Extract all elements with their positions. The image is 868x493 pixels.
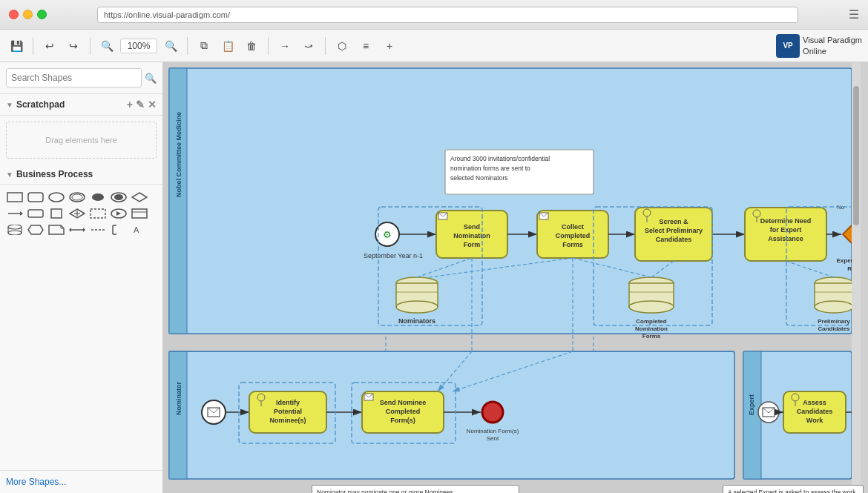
copy-button[interactable]: ⧉ [194,36,214,56]
svg-text:for Expert: for Expert [770,226,802,234]
zoom-level[interactable]: 100% [120,39,157,53]
svg-text:Preliminary: Preliminary [818,318,850,325]
vp-logo-icon: VP [776,34,800,58]
svg-text:Potential: Potential [274,408,302,415]
shape-text[interactable]: A [131,223,148,236]
svg-marker-28 [83,228,85,232]
svg-point-134 [482,402,503,423]
svg-text:Send: Send [464,223,480,231]
shapes-grid: A [0,185,162,242]
undo-button[interactable]: ↩ [39,36,60,56]
shape-db2[interactable] [6,223,24,236]
separator [268,37,269,55]
more-shapes-link[interactable]: More Shapes... [0,470,162,493]
shape-rect[interactable] [6,191,24,204]
svg-text:Nominator: Nominator [175,382,183,415]
add-scratchpad-icon[interactable]: + [127,99,133,110]
plus-button[interactable]: + [379,36,400,56]
svg-text:September Year n-1: September Year n-1 [364,252,423,259]
shape-bracket[interactable] [110,223,128,236]
annotation-nominator: Nominator may nominate one or more Nomin… [312,485,519,493]
svg-text:selected Nominators: selected Nominators [450,174,507,182]
shape-arrow-right[interactable] [6,207,24,220]
title-bar: https://online.visual-paradigm.com/ ☰ [0,0,868,30]
scratchpad-label: Scratchpad [16,99,65,110]
close-scratchpad-icon[interactable]: ✕ [148,99,157,110]
svg-text:Nomination: Nomination [635,325,668,332]
close-button[interactable] [9,10,19,19]
shape-rounded-rect2[interactable] [27,207,45,220]
shape-double-circle[interactable] [68,191,86,204]
save-button[interactable]: 💾 [6,36,27,56]
shape-arrow-both[interactable] [68,223,86,236]
canvas-area[interactable]: Nobel Committee Medicine Around 3000 inv… [163,62,868,493]
connector-button[interactable]: → [274,36,295,56]
redo-button[interactable]: ↪ [63,36,84,56]
svg-text:Form(s): Form(s) [390,417,415,424]
svg-text:Collect: Collect [562,223,584,231]
svg-marker-25 [49,225,64,234]
svg-text:Work: Work [806,417,823,424]
svg-rect-58 [635,208,712,261]
align-button[interactable]: ≡ [355,36,376,56]
svg-text:Sent: Sent [487,435,499,442]
scratchpad-drop-area: Drag elements here [6,122,157,159]
zoom-out-button[interactable]: 🔍 [96,36,117,56]
svg-text:Nominators: Nominators [398,317,435,325]
svg-point-23 [8,231,22,235]
minimize-button[interactable] [23,10,33,19]
svg-point-7 [114,194,123,200]
svg-text:Forms: Forms [562,241,583,248]
separator [33,37,33,55]
hamburger-menu[interactable]: ☰ [849,7,859,21]
format-button[interactable]: ⬡ [332,36,352,56]
url-bar[interactable]: https://online.visual-paradigm.com/ [97,7,798,23]
delete-button[interactable]: 🗑 [241,36,262,56]
shape-diamond[interactable] [131,191,148,204]
shape-event[interactable] [110,207,128,220]
svg-rect-0 [7,193,22,202]
svg-text:Form: Form [464,241,481,248]
svg-text:Completed: Completed [386,408,421,415]
edit-scratchpad-icon[interactable]: ✎ [136,99,145,110]
shape-gate[interactable] [68,207,86,220]
zoom-in-button[interactable]: 🔍 [160,36,181,56]
svg-text:Select  Preliminary: Select Preliminary [645,227,703,234]
svg-rect-160 [853,86,859,225]
search-input[interactable] [6,68,142,87]
shape-swimlane[interactable] [131,207,148,220]
shape-dashed-rect[interactable] [89,207,107,220]
svg-marker-24 [28,225,43,234]
business-process-section[interactable]: ▼ Business Process [0,165,162,185]
scratchpad-drag-hint: Drag elements here [45,136,117,145]
scratchpad-header[interactable]: ▼ Scratchpad + ✎ ✕ [0,94,162,116]
diagram-svg: Nobel Committee Medicine Around 3000 inv… [163,62,861,493]
business-process-label: Business Process [16,169,93,179]
svg-point-93 [629,301,674,313]
url-text: https://online.visual-paradigm.com/ [104,10,230,19]
svg-text:Determine Need: Determine Need [760,217,812,225]
shape-double-filled-circle[interactable] [110,191,128,204]
shape-dashed-line[interactable] [89,223,107,236]
shape-note[interactable] [47,223,65,236]
maximize-button[interactable] [37,10,47,19]
svg-text:Nomination Form(s): Nomination Form(s) [467,428,519,434]
shape-rounded-rect[interactable] [27,191,45,204]
shape-circle[interactable] [47,191,65,204]
search-icon[interactable]: 🔍 [145,73,157,84]
waypoint-button[interactable]: ⤻ [298,36,319,56]
svg-text:Completed: Completed [556,232,591,239]
chevron-down-icon: ▼ [6,171,13,179]
svg-rect-65 [745,208,826,261]
main-layout: 🔍 ▼ Scratchpad + ✎ ✕ Drag elements here … [0,62,868,493]
svg-text:A: A [134,225,139,234]
shape-hexagon[interactable] [27,223,45,236]
shape-parallel[interactable] [47,207,65,220]
svg-text:Nomination: Nomination [453,232,490,239]
svg-text:Around 3000 invitations/confid: Around 3000 invitations/confidential [450,155,550,162]
svg-point-118 [202,400,226,424]
paste-button[interactable]: 📋 [217,36,238,56]
svg-text:Assistance: Assistance [768,235,803,242]
svg-marker-8 [132,193,147,202]
shape-filled-circle[interactable] [89,191,107,204]
